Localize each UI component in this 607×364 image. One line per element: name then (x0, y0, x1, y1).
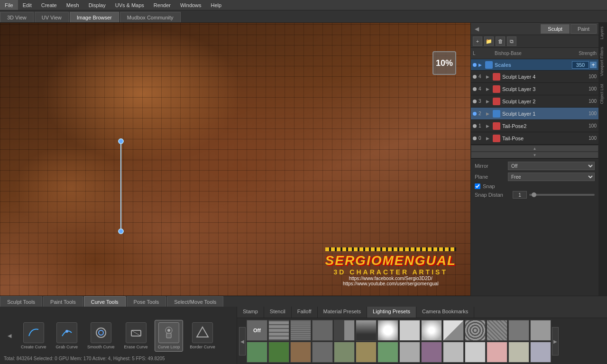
menu-mesh[interactable]: Mesh (62, 0, 84, 10)
preset-item[interactable] (290, 342, 311, 363)
side-label-object: Object List (598, 80, 607, 108)
preset-item[interactable] (399, 342, 420, 363)
plane-select[interactable]: Free X Y (508, 173, 595, 181)
scales-row[interactable]: ▶ Scales 350 + (471, 59, 598, 71)
preset-tabs: Stamp Stencil Falloff Material Presets L… (237, 307, 607, 318)
preset-item[interactable] (465, 342, 486, 363)
menu-render[interactable]: Render (149, 0, 175, 10)
menu-display[interactable]: Display (84, 0, 110, 10)
smooth-curve-tool[interactable]: Smooth Curve (84, 320, 118, 351)
layer-row[interactable]: 4 ▶ Sculpt Layer 3 100 (471, 83, 598, 95)
grab-curve-tool[interactable]: Grab Curve (53, 320, 81, 351)
tools-scroll-left[interactable]: ◀ (8, 333, 11, 339)
stamp-percentage-icon: 10% (432, 51, 456, 75)
preset-item[interactable] (377, 342, 398, 363)
tab-paint-tools[interactable]: Paint Tools (43, 296, 83, 307)
preset-item[interactable] (421, 342, 442, 363)
tab-stencil[interactable]: Stencil (264, 307, 292, 318)
preset-item[interactable] (334, 342, 355, 363)
preset-item[interactable] (247, 342, 267, 363)
erase-curve-tool[interactable]: Erase Curve (121, 320, 151, 351)
layer-row[interactable]: 4 ▶ Sculpt Layer 4 100 (471, 71, 598, 83)
layer-row-active[interactable]: 2 ▶ Sculpt Layer 1 100 (471, 108, 598, 120)
snap-distance-input[interactable] (513, 191, 527, 199)
curve-loop-tool[interactable]: Curve Loop (155, 320, 184, 352)
preset-item[interactable] (443, 320, 464, 341)
menu-edit[interactable]: Edit (18, 0, 37, 10)
tab-uv-view[interactable]: UV View (35, 12, 69, 22)
layer-strength: 100 (582, 123, 597, 128)
tab-select-move-tools[interactable]: Select/Move Tools (167, 296, 223, 307)
mirror-select[interactable]: Off X Y Z (508, 162, 595, 170)
preset-item[interactable] (356, 320, 377, 341)
border-curve-tool[interactable]: Border Curve (187, 320, 218, 351)
layer-folder-btn[interactable]: 📁 (484, 36, 494, 46)
viewport[interactable]: 10% SERGIOMENGUAL 3D CHARACTER ARTIST ht… (0, 23, 470, 296)
preset-off[interactable]: Off (247, 320, 267, 341)
preset-item[interactable] (508, 320, 529, 341)
preset-item[interactable] (377, 320, 398, 341)
preset-item[interactable] (334, 320, 355, 341)
menu-windows[interactable]: Windows (175, 0, 206, 10)
tab-lighting-presets[interactable]: Lighting Presets (367, 307, 416, 318)
watermark-sub: 3D CHARACTER ARTIST (325, 268, 456, 276)
paint-tab[interactable]: Paint (570, 24, 597, 34)
curve-point-top[interactable] (118, 138, 124, 144)
layer-icon (493, 85, 500, 93)
sculpt-tab[interactable]: Sculpt (541, 24, 570, 34)
layer-add-btn[interactable]: + (473, 36, 482, 46)
preset-item[interactable] (508, 342, 529, 363)
preset-item[interactable] (487, 342, 507, 363)
menu-file[interactable]: File (0, 0, 18, 10)
preset-item[interactable] (530, 320, 551, 341)
preset-item[interactable] (268, 342, 289, 363)
right-tools-panel: Stamp Stencil Falloff Material Presets L… (237, 307, 607, 364)
preset-item[interactable] (465, 320, 486, 341)
tab-stamp[interactable]: Stamp (237, 307, 264, 318)
preset-item[interactable] (443, 342, 464, 363)
tab-camera-bookmarks[interactable]: Camera Bookmarks (416, 307, 474, 318)
preset-item[interactable] (312, 320, 333, 341)
tab-mudbox-community[interactable]: Mudbox Community (120, 12, 181, 22)
scales-name: Scales (495, 62, 572, 68)
menu-help[interactable]: Help (206, 0, 227, 10)
menu-create[interactable]: Create (37, 0, 62, 10)
tab-falloff[interactable]: Falloff (292, 307, 318, 318)
panel-collapse-btn[interactable]: ◀ (473, 26, 480, 32)
tab-sculpt-tools[interactable]: Sculpt Tools (0, 296, 42, 307)
preset-scroll-right-btn[interactable]: ▶ (552, 327, 559, 355)
tab-material-presets[interactable]: Material Presets (318, 307, 367, 318)
preset-item[interactable] (487, 320, 507, 341)
layer-scroll-up[interactable]: ▲ (471, 145, 598, 152)
create-curve-tool[interactable]: Create Curve (18, 320, 49, 351)
tab-pose-tools[interactable]: Pose Tools (127, 296, 166, 307)
menu-bar: File Edit Create Mesh Display UVs & Maps… (0, 0, 607, 10)
preset-item[interactable] (312, 342, 333, 363)
tab-curve-tools[interactable]: Curve Tools (84, 296, 126, 307)
layer-strength: 100 (582, 86, 597, 91)
tab-image-browser[interactable]: Image Browser (70, 12, 119, 22)
erase-curve-label: Erase Curve (124, 345, 148, 349)
preset-item[interactable] (530, 342, 551, 363)
preset-scroll-left-btn[interactable]: ◀ (239, 327, 246, 355)
preset-item[interactable] (356, 342, 377, 363)
layer-row[interactable]: 3 ▶ Sculpt Layer 2 100 (471, 95, 598, 108)
preset-item[interactable] (268, 320, 289, 341)
layer-delete-btn[interactable]: 🗑 (496, 36, 505, 46)
svg-line-4 (131, 330, 141, 336)
preset-item[interactable] (290, 320, 311, 341)
menu-uvs-maps[interactable]: UVs & Maps (110, 0, 149, 10)
tab-3d-view[interactable]: 3D View (0, 12, 34, 22)
scales-plus-btn[interactable]: + (590, 62, 597, 68)
scales-value[interactable]: 350 (572, 61, 589, 69)
layer-row[interactable]: 1 ▶ Tail-Pose2 100 (471, 120, 598, 132)
curve-point-bottom[interactable] (118, 228, 124, 234)
layer-scroll-down[interactable]: ▼ (471, 152, 598, 158)
layer-dupe-btn[interactable]: ⧉ (507, 36, 516, 46)
snap-checkbox[interactable] (475, 183, 480, 189)
layer-row[interactable]: 0 ▶ Tail-Pose 100 (471, 132, 598, 145)
snap-slider[interactable] (529, 194, 595, 196)
preset-item[interactable] (399, 320, 420, 341)
preset-item[interactable] (421, 320, 442, 341)
border-curve-icon (192, 322, 213, 343)
